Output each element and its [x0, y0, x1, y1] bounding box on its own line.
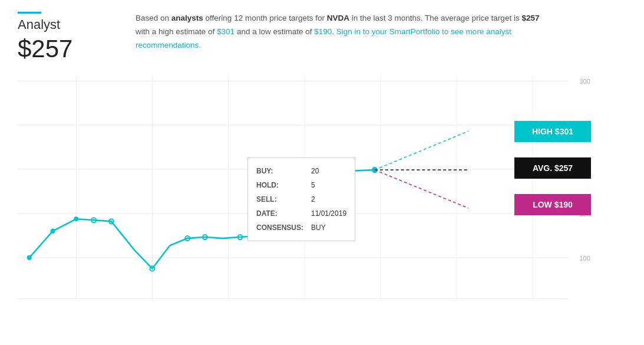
ticker-bold: NVDA	[327, 14, 349, 22]
high-badge: HIGH $301	[514, 121, 591, 142]
tooltip-sell-label: SELL:	[256, 192, 306, 206]
desc-text-after: offering 12 month price targets for	[203, 14, 327, 22]
avg-badge: AVG. $257	[514, 157, 591, 179]
chart-area: APR'19 JUL'19 OCT'19 JAN'20 APR'20 JUL'2…	[18, 75, 626, 305]
tooltip-hold-label: HOLD:	[256, 178, 306, 192]
tooltip-consensus-row: CONSENSUS: BUY	[256, 221, 346, 235]
data-point	[74, 216, 78, 221]
high-price: $301	[217, 27, 235, 36]
high-badge-text: HIGH $301	[532, 127, 573, 136]
x-label-oct19: OCT'19	[217, 304, 239, 305]
accent-line	[18, 12, 41, 14]
high-dashed-line	[375, 131, 468, 170]
x-label-jul19: JUL'19	[143, 304, 163, 305]
x-label-jan20: JAN'20	[294, 304, 315, 305]
tooltip-date-value: 11/01/2019	[311, 206, 346, 221]
x-label-apr19: APR'19	[65, 304, 87, 305]
main-container: Analyst $257 Based on analysts offering …	[0, 0, 644, 345]
tooltip-hold-row: HOLD: 5	[256, 178, 346, 192]
desc-and: and a low estimate of	[235, 27, 314, 36]
tooltip-date-label: DATE:	[256, 206, 306, 221]
x-label-apr20: APR'20	[369, 304, 391, 305]
analysts-bold: analysts	[171, 14, 203, 22]
tooltip-consensus-label: CONSENSUS:	[256, 221, 306, 235]
left-header: Analyst $257	[18, 12, 124, 63]
y-label-100: 100	[580, 255, 590, 262]
tooltip-buy-label: BUY:	[256, 164, 306, 178]
tooltip-date-row: DATE: 11/01/2019	[256, 206, 346, 221]
tooltip-hold-value: 5	[311, 178, 315, 192]
tooltip-sell-row: SELL: 2	[256, 192, 346, 206]
data-point	[27, 255, 32, 260]
x-label-jul20: JUL'20	[447, 304, 467, 305]
low-badge: LOW $190	[514, 194, 591, 215]
analyst-label: Analyst	[18, 17, 124, 32]
avg-badge-text: AVG. $257	[533, 163, 573, 173]
tooltip-buy-row: BUY: 20	[256, 164, 346, 178]
tooltip-box: BUY: 20 HOLD: 5 SELL: 2 DATE: 11/01/2019…	[247, 157, 355, 241]
low-dashed-line	[375, 170, 468, 208]
low-price: $190	[314, 27, 332, 36]
header-section: Analyst $257 Based on analysts offering …	[18, 12, 626, 63]
description-section: Based on analysts offering 12 month pric…	[124, 12, 548, 52]
tooltip-buy-value: 20	[311, 164, 319, 178]
desc-period: .	[332, 27, 336, 36]
desc-text-before: Based on	[136, 14, 171, 22]
x-label-oct20: OCT'20	[521, 304, 543, 305]
data-point	[51, 229, 55, 234]
low-badge-text: LOW $190	[533, 200, 573, 209]
analyst-price: $257	[18, 35, 124, 63]
tooltip-sell-value: 2	[311, 192, 315, 206]
tooltip-consensus-value: BUY	[311, 221, 326, 235]
y-label-300: 300	[580, 78, 590, 85]
